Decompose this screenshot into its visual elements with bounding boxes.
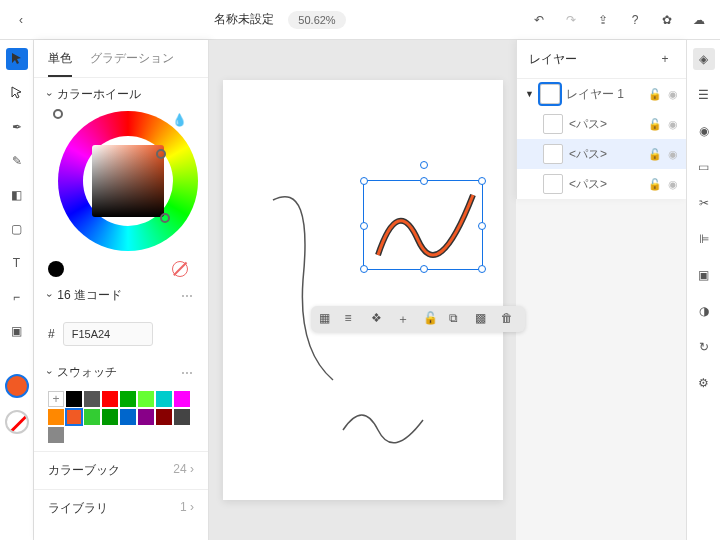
image-icon[interactable]: ▩ xyxy=(475,311,491,327)
swatch[interactable] xyxy=(102,409,118,425)
handle-e[interactable] xyxy=(478,222,486,230)
path-curve-1[interactable] xyxy=(273,197,333,380)
swatch[interactable] xyxy=(138,391,154,407)
white-ring[interactable] xyxy=(53,109,63,119)
layer-name: <パス> xyxy=(569,146,642,163)
canvas[interactable]: ▦ ≡ ❖ ＋ 🔓 ⧉ ▩ 🗑 xyxy=(209,40,516,540)
layer-row[interactable]: <パス>🔓◉ xyxy=(517,169,686,199)
cloud-icon[interactable]: ☁ xyxy=(690,11,708,29)
add-icon[interactable]: ＋ xyxy=(397,311,413,327)
place-tool[interactable]: ▣ xyxy=(6,320,28,342)
lock-icon[interactable]: 🔓 xyxy=(648,178,662,191)
stroke-color[interactable] xyxy=(5,410,29,434)
pathfinder-icon[interactable]: ◑ xyxy=(693,300,715,322)
layer-row[interactable]: <パス>🔓◉ xyxy=(517,139,686,169)
duplicate-icon[interactable]: ⧉ xyxy=(449,311,465,327)
direct-select-tool[interactable] xyxy=(6,82,28,104)
gear-icon[interactable]: ⚙ xyxy=(693,372,715,394)
artboard-tool[interactable]: ⌐ xyxy=(6,286,28,308)
sat-cursor[interactable] xyxy=(156,149,166,159)
handle-rotate[interactable] xyxy=(420,161,428,169)
redo-icon[interactable]: ↷ xyxy=(562,11,580,29)
no-color-icon[interactable] xyxy=(172,261,188,277)
swatch[interactable] xyxy=(120,409,136,425)
share-icon[interactable]: ⇪ xyxy=(594,11,612,29)
list-icon[interactable]: ≡ xyxy=(345,311,361,327)
color-square[interactable] xyxy=(92,145,164,217)
library-row[interactable]: ライブラリ1 › xyxy=(34,489,208,527)
layers-icon[interactable]: ❖ xyxy=(371,311,387,327)
layer-thumbnail xyxy=(543,114,563,134)
handle-sw[interactable] xyxy=(360,265,368,273)
pencil-tool[interactable]: ✎ xyxy=(6,150,28,172)
align-icon[interactable]: ⊫ xyxy=(693,228,715,250)
handle-n[interactable] xyxy=(420,177,428,185)
handle-w[interactable] xyxy=(360,222,368,230)
undo-icon[interactable]: ↶ xyxy=(530,11,548,29)
visibility-icon[interactable]: ◉ xyxy=(668,118,678,131)
transform-tab-icon[interactable]: ▭ xyxy=(693,156,715,178)
handle-s[interactable] xyxy=(420,265,428,273)
lock-icon[interactable]: 🔓 xyxy=(648,148,662,161)
color-panel: 単色 グラデーション ›カラーホイール 💧 ›16 進コード⋯ # ›スウォッチ… xyxy=(34,40,209,540)
visibility-icon[interactable]: ◉ xyxy=(668,178,678,191)
hex-input[interactable] xyxy=(63,322,153,346)
back-button[interactable]: ‹ xyxy=(12,11,30,29)
selection-box[interactable] xyxy=(363,180,483,270)
swatch[interactable] xyxy=(156,409,172,425)
lock-icon[interactable]: 🔓 xyxy=(648,88,662,101)
add-layer-icon[interactable]: + xyxy=(656,50,674,68)
more-icon[interactable]: ⋯ xyxy=(181,366,194,380)
swatch[interactable] xyxy=(84,409,100,425)
visibility-icon[interactable]: ◉ xyxy=(668,148,678,161)
type-tool[interactable]: T xyxy=(6,252,28,274)
layers-tab-icon[interactable]: ◈ xyxy=(693,48,715,70)
select-tool[interactable] xyxy=(6,48,28,70)
hue-cursor[interactable] xyxy=(160,213,170,223)
chevron-down-icon: › xyxy=(44,371,55,374)
handle-ne[interactable] xyxy=(478,177,486,185)
distribute-icon[interactable]: ▣ xyxy=(693,264,715,286)
tab-solid[interactable]: 単色 xyxy=(48,50,72,77)
scissors-icon[interactable]: ✂ xyxy=(693,192,715,214)
swatch[interactable] xyxy=(174,391,190,407)
colorbook-row[interactable]: カラーブック24 › xyxy=(34,451,208,489)
handle-se[interactable] xyxy=(478,265,486,273)
help-icon[interactable]: ? xyxy=(626,11,644,29)
swatch[interactable] xyxy=(120,391,136,407)
add-swatch-button[interactable]: + xyxy=(48,391,64,407)
path-curve-2[interactable] xyxy=(343,415,423,443)
artboard[interactable]: ▦ ≡ ❖ ＋ 🔓 ⧉ ▩ 🗑 xyxy=(223,80,503,500)
swatch[interactable] xyxy=(66,409,82,425)
pen-tool[interactable]: ✒ xyxy=(6,116,28,138)
more-icon[interactable]: ⋯ xyxy=(181,289,194,303)
swatch[interactable] xyxy=(66,391,82,407)
zoom-level[interactable]: 50.62% xyxy=(288,11,345,29)
swatch[interactable] xyxy=(174,409,190,425)
shape-tool[interactable]: ▢ xyxy=(6,218,28,240)
appearance-tab-icon[interactable]: ◉ xyxy=(693,120,715,142)
swatch[interactable] xyxy=(138,409,154,425)
swatch[interactable] xyxy=(48,427,64,443)
trash-icon[interactable]: 🗑 xyxy=(501,311,517,327)
eraser-tool[interactable]: ◧ xyxy=(6,184,28,206)
lock-icon[interactable]: 🔓 xyxy=(648,118,662,131)
layer-row[interactable]: ▼レイヤー 1🔓◉ xyxy=(517,79,686,109)
repeat-icon[interactable]: ↻ xyxy=(693,336,715,358)
fill-color[interactable] xyxy=(5,374,29,398)
visibility-icon[interactable]: ◉ xyxy=(668,88,678,101)
properties-tab-icon[interactable]: ☰ xyxy=(693,84,715,106)
swatch[interactable] xyxy=(156,391,172,407)
swatch[interactable] xyxy=(102,391,118,407)
document-title: 名称未設定 xyxy=(214,11,274,28)
current-color xyxy=(48,261,64,277)
group-icon[interactable]: ▦ xyxy=(319,311,335,327)
unlock-icon[interactable]: 🔓 xyxy=(423,311,439,327)
swatch[interactable] xyxy=(84,391,100,407)
layer-row[interactable]: <パス>🔓◉ xyxy=(517,109,686,139)
handle-nw[interactable] xyxy=(360,177,368,185)
layer-thumbnail xyxy=(540,84,560,104)
tab-gradient[interactable]: グラデーション xyxy=(90,50,174,77)
settings-icon[interactable]: ✿ xyxy=(658,11,676,29)
swatch[interactable] xyxy=(48,409,64,425)
